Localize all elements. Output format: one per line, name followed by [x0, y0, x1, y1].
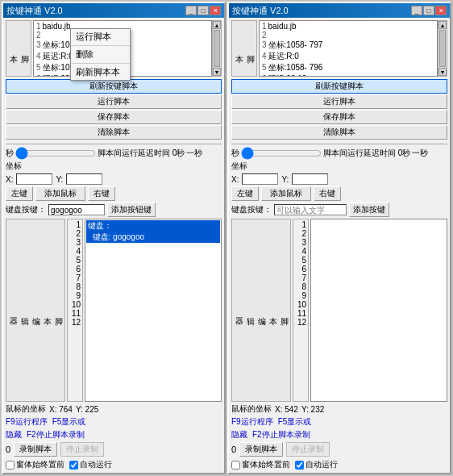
title-bar-1: 按键神通 V2.0 _ □ ✕	[3, 3, 224, 18]
list-item[interactable]: 2	[260, 31, 436, 40]
scroll-down-2[interactable]: ▼	[438, 68, 447, 76]
always-front-check-1[interactable]	[6, 461, 15, 470]
menu-delete[interactable]: 删除	[71, 47, 130, 62]
record-btn-2[interactable]: 录制脚本	[239, 442, 283, 457]
run-script-btn-2[interactable]: 运行脚本	[231, 94, 447, 109]
refresh-script-btn-2[interactable]: 刷新按键脚本	[231, 79, 447, 94]
y-input-1[interactable]	[66, 173, 102, 185]
title-2: 按键神通 V2.0	[232, 5, 289, 17]
auto-run-text-2: 自动运行	[305, 459, 338, 470]
run-script-btn-1[interactable]: 运行脚本	[6, 94, 222, 109]
delay-slider-2[interactable]	[241, 148, 322, 159]
always-front-check-2[interactable]	[231, 461, 240, 470]
refresh-script-btn-1[interactable]: 刷新按键脚本	[6, 79, 222, 94]
list-item[interactable]: 3坐标:1058- 797	[260, 40, 436, 51]
checkbox-row-2: 窗体始终置前 自动运行	[231, 459, 447, 470]
y-label-2: Y:	[281, 175, 289, 184]
auto-run-check-2[interactable]	[295, 461, 304, 470]
f5-hotkey-1: F5显示或	[52, 416, 86, 428]
scrollbar-2[interactable]: ▲ ▼	[438, 20, 447, 77]
list-item[interactable]: 1baidu.jb	[260, 22, 436, 31]
status-row-2: 鼠标的坐标 X: 542 Y: 232	[231, 403, 447, 415]
f5-hotkey-2: F5显示或	[278, 416, 312, 428]
menu-refresh[interactable]: 刷新脚本本	[71, 65, 130, 80]
add-mouse-btn-1[interactable]: 添加鼠标	[35, 186, 85, 201]
coord-xy-2: X: Y:	[231, 173, 447, 185]
menu-separator2	[71, 63, 130, 64]
hide-hotkey-2: 隐藏	[231, 429, 247, 441]
delay-row-1: 秒 脚本间运行延迟时间 0秒 一秒	[6, 148, 222, 159]
script-list-row-2: 脚本 1baidu.jb 2 3坐标:1058- 797 4延迟:R:0 5坐标…	[231, 20, 447, 77]
right-mouse-btn-1[interactable]: 右键	[88, 186, 115, 201]
scroll-thumb-2[interactable]	[439, 30, 446, 67]
minimize-btn-1[interactable]: _	[185, 6, 197, 15]
y-val-2: Y: 232	[301, 405, 324, 414]
list-item[interactable]: 4延迟:R:0	[260, 51, 436, 62]
keyboard-row-2: 键盘按键： 添加按键	[231, 203, 447, 217]
minimize-btn-2[interactable]: _	[411, 6, 422, 15]
f9-hotkey-2: F9运行程序	[231, 416, 273, 428]
delay-label-right-1: 一秒	[186, 148, 202, 159]
delay-row-2: 秒 脚本间运行延迟时间 0秒 一秒	[231, 148, 447, 159]
script-editor-1[interactable]: 键盘： 键盘: gogogoo	[85, 219, 222, 402]
scroll-thumb-1[interactable]	[214, 30, 220, 67]
maximize-btn-1[interactable]: □	[197, 6, 209, 15]
stop-btn-1[interactable]: 停止录制	[60, 442, 104, 457]
add-keyboard-btn-1[interactable]: 添加按钮键	[107, 203, 156, 217]
delay-text-2: 脚本间运行延迟时间 0秒	[323, 148, 410, 159]
left-mouse-btn-1[interactable]: 左键	[6, 186, 33, 201]
always-front-label-2: 窗体始终置前	[231, 459, 290, 470]
editor-label-2: 脚本编辑器	[231, 219, 291, 402]
menu-separator	[71, 45, 130, 46]
script-editor-2[interactable]	[310, 219, 447, 402]
always-front-label-1: 窗体始终置前	[6, 459, 64, 470]
scroll-up-1[interactable]: ▲	[213, 21, 221, 29]
add-mouse-btn-2[interactable]: 添加鼠标	[261, 186, 311, 201]
add-keyboard-btn-2[interactable]: 添加按键	[349, 203, 389, 217]
list-item[interactable]: 6延迟:00:10	[260, 73, 436, 77]
line-numbers-2: 123456 789101112	[293, 219, 309, 402]
editor-area-2: 脚本编辑器 123456 789101112	[231, 219, 447, 402]
save-script-btn-2[interactable]: 保存脚本	[231, 110, 447, 124]
scrollbar-1[interactable]: ▲ ▼	[212, 20, 222, 77]
record-btn-1[interactable]: 录制脚本	[14, 442, 57, 457]
scroll-down-1[interactable]: ▼	[213, 68, 221, 76]
x-input-2[interactable]	[242, 173, 278, 185]
context-menu-1: 运行脚本 删除 刷新脚本本	[70, 28, 131, 81]
close-btn-1[interactable]: ✕	[210, 6, 221, 15]
list-item[interactable]: 5坐标:1058- 796	[260, 62, 436, 73]
coord-xy-1: X: Y:	[6, 173, 222, 185]
left-mouse-btn-2[interactable]: 左键	[231, 186, 259, 201]
record-row-2: 0 录制脚本 停止录制	[231, 442, 447, 457]
keyboard-input-2[interactable]	[274, 204, 347, 215]
maximize-btn-2[interactable]: □	[423, 6, 434, 15]
x-input-1[interactable]	[16, 173, 52, 185]
stop-btn-2[interactable]: 停止录制	[286, 442, 330, 457]
keyboard-input-1[interactable]	[48, 204, 105, 215]
keyboard-label-1: 键盘按键：	[6, 204, 46, 215]
line-numbers-1: 123456 789101112	[67, 219, 83, 402]
clear-script-btn-2[interactable]: 清除脚本	[231, 125, 447, 140]
menu-run[interactable]: 运行脚本	[71, 29, 130, 44]
y-input-2[interactable]	[292, 173, 328, 185]
script-list-label-2: 脚本	[231, 20, 257, 77]
right-mouse-btn-2[interactable]: 右键	[314, 186, 341, 201]
action-buttons-1: 刷新按键脚本 运行脚本 保存脚本 清除脚本	[6, 79, 222, 140]
auto-run-check-1[interactable]	[69, 461, 78, 470]
clear-script-btn-1[interactable]: 清除脚本	[6, 125, 222, 140]
f2-hotkey-2: F2停止脚本录制	[252, 429, 310, 441]
mouse-btn-row-1: 左键 添加鼠标 右键	[6, 186, 222, 201]
close-btn-2[interactable]: ✕	[435, 6, 447, 15]
hotkey-row-1: F9运行程序 F5显示或	[6, 416, 222, 428]
always-front-text-2: 窗体始终置前	[242, 459, 290, 470]
x-label-2: X:	[231, 175, 239, 184]
save-script-btn-1[interactable]: 保存脚本	[6, 110, 222, 124]
divider-2	[231, 144, 447, 144]
hotkey-row2-1: 隐藏 F2停止脚本录制	[6, 429, 222, 441]
checkbox-row-1: 窗体始终置前 自动运行	[6, 459, 222, 470]
script-list-2[interactable]: 1baidu.jb 2 3坐标:1058- 797 4延迟:R:0 5坐标:10…	[259, 20, 438, 77]
delay-slider-1[interactable]	[15, 148, 96, 159]
y-val-1: Y: 225	[76, 405, 98, 414]
script-list-label-1: 脚本	[6, 20, 31, 77]
scroll-up-2[interactable]: ▲	[438, 21, 447, 29]
